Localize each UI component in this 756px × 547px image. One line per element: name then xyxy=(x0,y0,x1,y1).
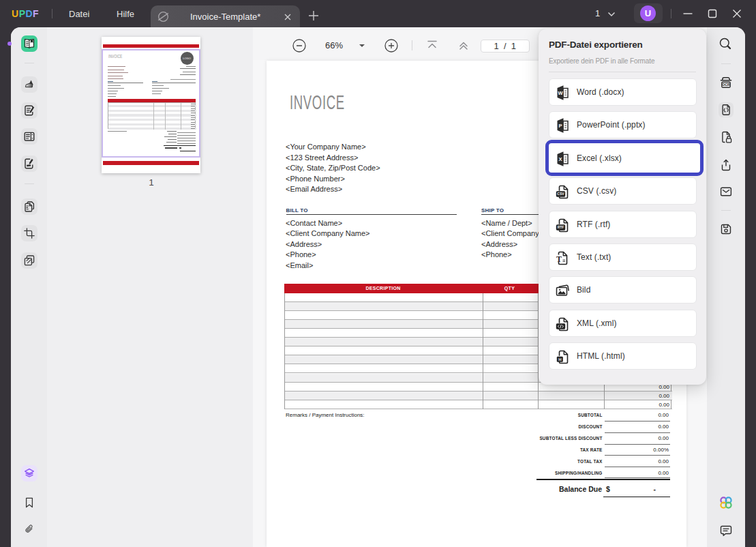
svg-text:RTF: RTF xyxy=(558,225,564,229)
svg-text:W: W xyxy=(558,90,563,96)
svg-text:H: H xyxy=(558,357,561,361)
svg-text:OCR: OCR xyxy=(722,83,730,87)
svg-text:P: P xyxy=(558,123,562,129)
svg-text:CSV: CSV xyxy=(557,192,564,196)
svg-text:T: T xyxy=(556,254,562,264)
svg-text:X: X xyxy=(558,156,562,162)
